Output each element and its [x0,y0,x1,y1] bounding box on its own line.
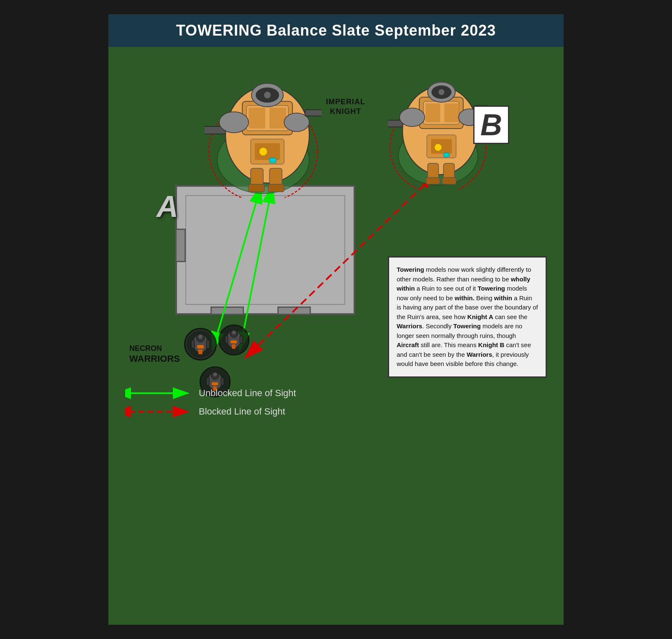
svg-rect-29 [444,103,459,122]
svg-point-32 [400,108,425,126]
svg-rect-67 [212,382,218,385]
svg-rect-6 [249,108,265,129]
svg-rect-20 [249,184,264,192]
knight-a [205,68,322,198]
svg-rect-43 [442,178,456,184]
page-title: TOWERING Balance Slate September 2023 [117,22,555,39]
svg-point-38 [434,144,442,151]
svg-point-15 [264,92,271,98]
svg-rect-12 [305,110,322,116]
svg-rect-21 [268,184,284,192]
info-box: Towering models now work slightly differ… [388,256,547,378]
content-area: A B IMPERIAL KNIGHT NECRON WARRIORS [108,47,564,625]
header: TOWERING Balance Slate September 2023 [108,14,564,47]
building-door-left [175,229,186,262]
label-necron-warriors: NECRON WARRIORS [129,344,180,364]
diagram-area: A B IMPERIAL KNIGHT NECRON WARRIORS [117,55,555,432]
info-box-text: Towering models now work slightly differ… [397,265,538,369]
building-ruin [175,185,355,315]
legend: Unblocked Line of Sight [125,387,296,424]
svg-rect-59 [231,340,237,343]
svg-rect-65 [206,378,209,385]
building-door-bottom1 [210,307,244,315]
svg-point-16 [259,147,267,156]
svg-rect-39 [444,153,449,157]
building-inner [185,195,345,305]
svg-rect-58 [240,336,243,343]
svg-point-48 [198,335,203,339]
blocked-arrow-icon [125,405,192,418]
label-b: B [473,106,509,144]
svg-point-56 [232,331,236,335]
unblocked-arrow-icon [125,387,192,399]
svg-point-37 [439,89,444,95]
label-a: A [156,189,178,224]
building-door-bottom2 [277,307,311,315]
svg-rect-51 [197,345,204,348]
blocked-label: Blocked Line of Sight [199,406,285,417]
svg-point-64 [213,373,217,376]
svg-rect-7 [269,108,286,129]
label-imperial-knight: IMPERIAL KNIGHT [326,97,365,117]
svg-point-10 [219,112,249,133]
legend-blocked: Blocked Line of Sight [125,405,296,418]
svg-rect-17 [269,158,276,163]
svg-rect-42 [426,178,440,184]
main-container: TOWERING Balance Slate September 2023 A … [106,12,566,627]
svg-rect-28 [426,103,440,122]
svg-rect-66 [221,378,224,385]
svg-rect-49 [191,340,195,348]
svg-rect-50 [206,340,210,348]
svg-rect-60 [232,344,236,349]
legend-unblocked: Unblocked Line of Sight [125,387,296,399]
svg-rect-57 [225,336,228,343]
svg-rect-52 [198,349,203,354]
unblocked-label: Unblocked Line of Sight [199,388,296,399]
